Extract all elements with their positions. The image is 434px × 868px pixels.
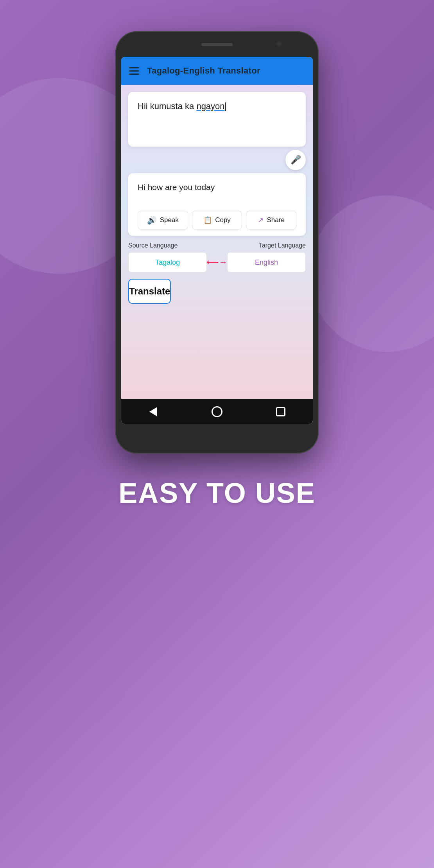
bg-circle-2 <box>309 195 434 352</box>
nav-back-icon <box>149 407 157 416</box>
source-language-selector[interactable]: Tagalog <box>128 252 207 273</box>
nav-recents-icon <box>276 407 285 416</box>
speak-label: Speak <box>160 216 179 224</box>
phone-nav-bar <box>121 399 313 424</box>
language-section: Source Language Target Language Tagalog … <box>128 242 306 273</box>
nav-back-button[interactable] <box>147 405 160 418</box>
speak-icon: 🔊 <box>147 215 157 225</box>
page-background: Tagalog-English Translator Hii kumusta k… <box>0 0 434 868</box>
nav-home-button[interactable] <box>211 405 223 418</box>
speak-button[interactable]: 🔊 Speak <box>138 211 188 230</box>
action-buttons: 🔊 Speak 📋 Copy ↗ Share <box>138 211 296 230</box>
language-labels: Source Language Target Language <box>128 242 306 249</box>
phone-speaker <box>201 43 233 46</box>
bottom-text-section: EASY TO USE <box>118 477 316 509</box>
phone-outer: Tagalog-English Translator Hii kumusta k… <box>115 31 319 454</box>
swap-arrows-icon: ⟵→ <box>206 257 228 267</box>
hamburger-menu-icon[interactable] <box>129 67 139 75</box>
nav-home-icon <box>212 406 222 417</box>
tagline-text: EASY TO USE <box>118 477 316 509</box>
share-icon: ↗ <box>258 216 264 224</box>
source-language-label: Source Language <box>128 242 178 249</box>
swap-button[interactable]: ⟵→ <box>207 252 227 273</box>
app-title: Tagalog-English Translator <box>147 66 260 76</box>
app-header: Tagalog-English Translator <box>121 57 313 85</box>
copy-button[interactable]: 📋 Copy <box>192 211 242 230</box>
translate-label: Translate <box>129 286 170 297</box>
phone-camera <box>276 41 282 47</box>
mic-button[interactable]: 🎤 <box>285 150 306 170</box>
target-language-value: English <box>255 258 278 267</box>
input-text-underline: ngayon <box>196 101 224 111</box>
output-area: Hi how are you today 🔊 Speak 📋 Copy ↗ <box>128 173 306 236</box>
share-label: Share <box>267 216 284 224</box>
source-language-value: Tagalog <box>155 258 180 267</box>
language-selectors: Tagalog ⟵→ English <box>128 252 306 273</box>
input-text-part1: Hii kumusta ka <box>138 101 196 111</box>
target-language-selector[interactable]: English <box>227 252 306 273</box>
target-language-label: Target Language <box>259 242 306 249</box>
phone-top-bar <box>121 37 313 57</box>
text-cursor <box>225 102 226 111</box>
output-text: Hi how are you today <box>138 181 296 204</box>
mic-btn-wrapper: 🎤 <box>121 150 306 170</box>
input-area[interactable]: Hii kumusta ka ngayon <box>128 92 306 147</box>
share-button[interactable]: ↗ Share <box>246 211 296 230</box>
copy-icon: 📋 <box>203 216 212 224</box>
copy-label: Copy <box>215 216 231 224</box>
input-text: Hii kumusta ka ngayon <box>138 100 296 113</box>
nav-recents-button[interactable] <box>274 405 287 418</box>
phone-screen: Tagalog-English Translator Hii kumusta k… <box>121 57 313 424</box>
phone-wrapper: Tagalog-English Translator Hii kumusta k… <box>115 31 319 454</box>
translate-button[interactable]: Translate <box>128 279 171 304</box>
mic-icon: 🎤 <box>291 155 301 165</box>
